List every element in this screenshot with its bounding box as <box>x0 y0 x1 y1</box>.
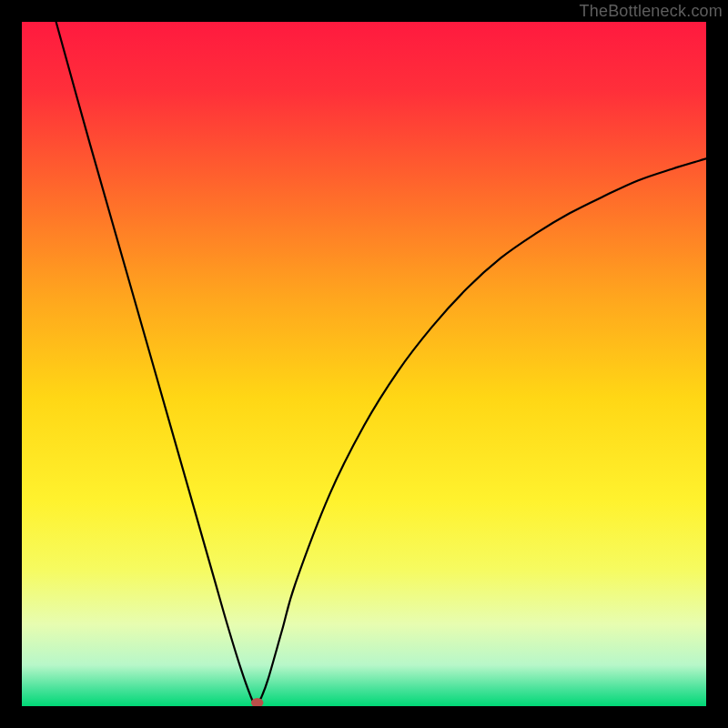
chart-canvas <box>22 22 706 706</box>
chart-frame <box>22 22 706 706</box>
gradient-background <box>22 22 706 706</box>
watermark-text: TheBottleneck.com <box>580 2 723 21</box>
